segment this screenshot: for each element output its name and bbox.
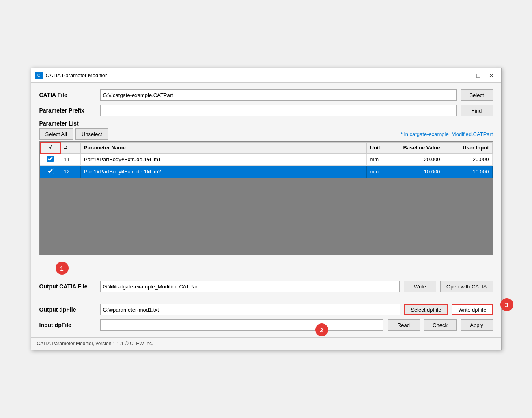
parameter-prefix-input[interactable] [100, 105, 457, 116]
parameter-list-label: Parameter List [39, 120, 493, 127]
row-name: Part1¥PartBody¥Extrude.1¥Lim2 [81, 166, 367, 178]
output-catia-row: Output CATIA File Write Open with CATIA [39, 281, 493, 292]
row-user_input: 10.000 [444, 166, 492, 178]
parameter-table-container: √ # Parameter Name Unit Baseline Value U… [39, 141, 493, 255]
separator-1 [39, 275, 493, 275]
catia-file-label: CATIA File [39, 92, 96, 98]
row-unit: mm [366, 153, 391, 166]
row-number: 12 [60, 166, 81, 178]
annotation-circle-1: 1 [56, 262, 69, 275]
row-baseline: 20.000 [391, 153, 444, 166]
catia-file-input[interactable] [100, 89, 457, 101]
write-catia-button[interactable]: Write [404, 281, 436, 292]
row-number: 11 [60, 153, 81, 166]
annotation-circle-2: 2 [315, 323, 328, 336]
minimize-button[interactable]: — [460, 71, 471, 80]
input-dp-row: Input dpFile Read Check Apply 2 [39, 319, 493, 331]
separator-2 [39, 298, 493, 298]
row-checkbox[interactable] [47, 168, 54, 174]
parameter-prefix-row: Parameter Prefix Find [39, 105, 493, 116]
read-button[interactable]: Read [388, 319, 420, 331]
output-dp-input[interactable] [100, 304, 401, 315]
title-bar: C CATIA Parameter Modifier — □ ✕ [31, 68, 501, 83]
input-dp-label: Input dpFile [39, 322, 96, 328]
parameter-list-toolbar: Select All Unselect * in catgate-example… [39, 128, 493, 140]
annotation-circle-3: 3 [500, 298, 513, 311]
main-content: CATIA File Select Parameter Prefix Find … [31, 83, 501, 337]
find-button[interactable]: Find [461, 105, 493, 116]
parameter-table: √ # Parameter Name Unit Baseline Value U… [40, 142, 493, 178]
maximize-button[interactable]: □ [473, 71, 484, 80]
select-catia-file-button[interactable]: Select [461, 89, 493, 101]
parameter-list-section: Parameter List Select All Unselect * in … [39, 120, 493, 255]
output-catia-input[interactable] [100, 281, 400, 292]
row-checkbox[interactable] [47, 156, 54, 162]
empty-table-area [40, 178, 493, 251]
main-window: C CATIA Parameter Modifier — □ ✕ CATIA F… [31, 68, 502, 350]
write-dp-file-button[interactable]: Write dpFile [452, 304, 493, 315]
check-button[interactable]: Check [424, 319, 457, 331]
select-dp-file-button[interactable]: Select dpFile [404, 304, 448, 315]
col-check: √ [40, 142, 60, 153]
row-checkbox-cell[interactable] [40, 153, 60, 166]
row-user_input: 20.000 [444, 153, 492, 166]
modified-note: * in catgate-example_Modified.CATPart [401, 131, 493, 137]
output-catia-label: Output CATIA File [39, 283, 96, 290]
output-dp-label: Output dpFile [39, 306, 96, 313]
parameter-prefix-label: Parameter Prefix [39, 107, 96, 114]
col-baseline: Baseline Value [391, 142, 444, 153]
col-number: # [60, 142, 81, 153]
output-dp-row: Output dpFile Select dpFile Write dpFile… [39, 304, 493, 315]
select-all-button[interactable]: Select All [39, 128, 73, 140]
open-with-catia-button[interactable]: Open with CATIA [440, 281, 493, 292]
row-unit: mm [366, 166, 391, 178]
input-dp-input[interactable] [100, 319, 383, 331]
status-text: CATIA Parameter Modifier, version 1.1.1 … [37, 341, 153, 347]
table-wrapper: √ # Parameter Name Unit Baseline Value U… [39, 141, 493, 255]
catia-file-row: CATIA File Select [39, 89, 493, 101]
row-name: Part1¥PartBody¥Extrude.1¥Lim1 [81, 153, 367, 166]
col-user-input: User Input [444, 142, 492, 153]
table-row[interactable]: 11Part1¥PartBody¥Extrude.1¥Lim1mm20.0002… [40, 153, 493, 166]
table-row[interactable]: 12Part1¥PartBody¥Extrude.1¥Lim2mm10.0001… [40, 166, 493, 178]
status-bar: CATIA Parameter Modifier, version 1.1.1 … [31, 337, 501, 350]
col-name: Parameter Name [81, 142, 367, 153]
unselect-button[interactable]: Unselect [75, 128, 108, 140]
close-button[interactable]: ✕ [486, 71, 497, 80]
col-unit: Unit [366, 142, 391, 153]
app-icon: C [35, 72, 43, 79]
row-checkbox-cell[interactable] [40, 166, 60, 178]
window-controls: — □ ✕ [460, 71, 497, 80]
apply-button[interactable]: Apply [461, 319, 493, 331]
row-baseline: 10.000 [391, 166, 444, 178]
window-title: CATIA Parameter Modifier [46, 72, 460, 78]
